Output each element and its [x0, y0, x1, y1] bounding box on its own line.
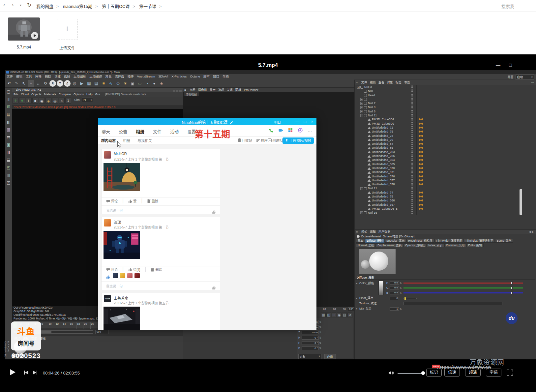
menu-item[interactable]: 插件: [128, 74, 134, 79]
visibility-dots[interactable]: [411, 203, 414, 206]
stepper-icon[interactable]: ⇅: [319, 342, 321, 345]
menu-item[interactable]: 文件: [361, 80, 367, 85]
material-tab[interactable]: Diffuse_漫射: [365, 239, 384, 243]
expand-toggle-icon[interactable]: +: [360, 98, 363, 101]
maximize-icon[interactable]: □: [304, 119, 306, 124]
visibility-dots[interactable]: [411, 154, 414, 158]
search-input[interactable]: 搜索我: [501, 3, 514, 9]
menu-item[interactable]: 选择: [64, 74, 70, 79]
layout-select[interactable]: 启动▾: [516, 75, 534, 80]
material-tab[interactable]: 基本: [356, 239, 365, 243]
menu-item[interactable]: Compare: [59, 92, 71, 97]
menu-item[interactable]: 运动图形: [74, 74, 86, 79]
track-icon[interactable]: ▤: [342, 313, 347, 317]
material-tag-dots[interactable]: [419, 196, 424, 197]
visibility-dots[interactable]: [411, 122, 414, 125]
texture-field[interactable]: [403, 302, 502, 305]
menu-item[interactable]: 面板: [235, 88, 241, 92]
slider-handle[interactable]: [511, 291, 513, 294]
visibility-dots[interactable]: [411, 191, 414, 194]
material-tag-dots[interactable]: [419, 127, 424, 129]
dropdown-icon[interactable]: ▾: [20, 3, 21, 7]
coordinate-field[interactable]: 0 °: [302, 341, 319, 345]
qq-tab[interactable]: 相册▾: [135, 125, 145, 137]
qq-titlebar[interactable]: NiaoNiao的第十五期OC课 明日 — □ ×: [98, 118, 316, 125]
user-name[interactable]: 深瑞: [114, 220, 121, 225]
subtitle-button[interactable]: 字幕: [486, 369, 501, 377]
menu-item[interactable]: 流体选: [115, 74, 124, 79]
lock-resolution-icon[interactable]: ◈: [45, 98, 51, 104]
back-icon[interactable]: ◀: [529, 230, 531, 233]
object-row[interactable]: +Null 16: [355, 211, 536, 215]
menu-item[interactable]: Gui: [95, 92, 100, 97]
next-frame-button[interactable]: [32, 370, 38, 376]
object-row[interactable]: Untitledsdsd_377: [355, 178, 536, 182]
visibility-dots[interactable]: [411, 150, 414, 154]
visibility-dots[interactable]: [411, 130, 414, 133]
menu-item[interactable]: 过滤: [227, 88, 233, 92]
coordinate-field[interactable]: 0 °: [302, 347, 319, 350]
object-row[interactable]: -Null 11: [355, 113, 536, 117]
forward-icon[interactable]: ▶: [532, 230, 534, 233]
menu-item[interactable]: 角色: [105, 74, 111, 79]
material-tag-dots[interactable]: [419, 183, 424, 185]
visibility-dots[interactable]: [411, 146, 414, 149]
redo-icon[interactable]: ↷: [13, 80, 20, 87]
object-row[interactable]: Untitledsdsd_370: [355, 166, 536, 170]
back-icon[interactable]: ‹: [3, 2, 5, 8]
titlebar-extra-label[interactable]: 明日: [274, 120, 281, 125]
material-picker-icon[interactable]: ○: [59, 98, 65, 104]
menu-item[interactable]: 脚本: [203, 74, 210, 79]
menu-item[interactable]: 标签: [396, 80, 402, 85]
coordinate-field[interactable]: 0 °: [302, 336, 319, 340]
object-row[interactable]: Untitledsdsd_85: [355, 146, 536, 150]
upload-photo-button[interactable]: 上传照片/视频: [283, 137, 314, 144]
more-icon[interactable]: ⋯: [531, 80, 534, 85]
video-file-thumbnail[interactable]: [8, 17, 40, 41]
breadcrumb-item[interactable]: 我的网盘: [36, 4, 53, 9]
object-row[interactable]: +Null 8: [355, 105, 536, 109]
expand-toggle-icon[interactable]: +: [360, 211, 363, 214]
previous-frame-button[interactable]: [24, 370, 29, 376]
breadcrumb-item[interactable]: niaoniao第15期: [63, 4, 93, 9]
object-row[interactable]: Untitledsdsd_367: [355, 203, 536, 207]
slider-handle[interactable]: [404, 297, 406, 300]
object-row[interactable]: Untitledsdsd_79: [355, 138, 536, 142]
scrollbar[interactable]: [520, 189, 522, 215]
material-tag-dots[interactable]: [419, 135, 424, 137]
select-tool-icon[interactable]: ↖: [20, 80, 27, 87]
bottom-palette-icon[interactable]: ⬓: [5, 156, 12, 164]
object-row[interactable]: Untitledsdsd_376: [355, 174, 536, 178]
visibility-dots[interactable]: [411, 170, 414, 174]
channel-value-field[interactable]: 0.9: [390, 291, 399, 294]
channel-slider[interactable]: [403, 283, 523, 284]
fullscreen-icon[interactable]: [507, 370, 513, 377]
visibility-dots[interactable]: [411, 163, 414, 166]
expand-toggle-icon[interactable]: -: [360, 187, 363, 190]
refresh-icon[interactable]: ↻: [27, 2, 31, 8]
menu-item[interactable]: Vue xStream: [137, 74, 155, 79]
menu-item[interactable]: 模式: [361, 230, 367, 234]
visibility-dots[interactable]: [411, 207, 414, 210]
frame-end-field[interactable]: 90 F: [95, 330, 108, 334]
visibility-dots[interactable]: [411, 114, 414, 117]
view-palette-icon[interactable]: ◳: [5, 179, 12, 186]
menu-item[interactable]: 摄像机: [198, 88, 207, 92]
menu-item[interactable]: 编辑: [370, 230, 376, 234]
dock-palette-icon[interactable]: ◨: [5, 149, 12, 156]
visibility-dots[interactable]: [411, 118, 414, 121]
minimize-icon[interactable]: —: [295, 119, 299, 124]
scale-tool-icon[interactable]: ↔: [35, 80, 42, 87]
visibility-dots[interactable]: [411, 98, 414, 101]
object-row[interactable]: -Null 21: [355, 186, 536, 190]
object-row[interactable]: Untitledsdsd_366: [355, 198, 536, 202]
primitive-cube-icon[interactable]: ■: [100, 80, 107, 87]
object-row[interactable]: Untitledsdsd_364: [355, 158, 536, 162]
delete-button[interactable]: 删除: [147, 198, 158, 204]
menu-item[interactable]: 查看: [378, 80, 384, 85]
z-axis-icon[interactable]: Z: [64, 80, 71, 87]
menu-item[interactable]: File: [14, 92, 18, 97]
light-icon[interactable]: ☀: [122, 80, 129, 87]
avatar[interactable]: [104, 151, 111, 159]
menu-item[interactable]: 运动跟踪: [89, 74, 102, 79]
